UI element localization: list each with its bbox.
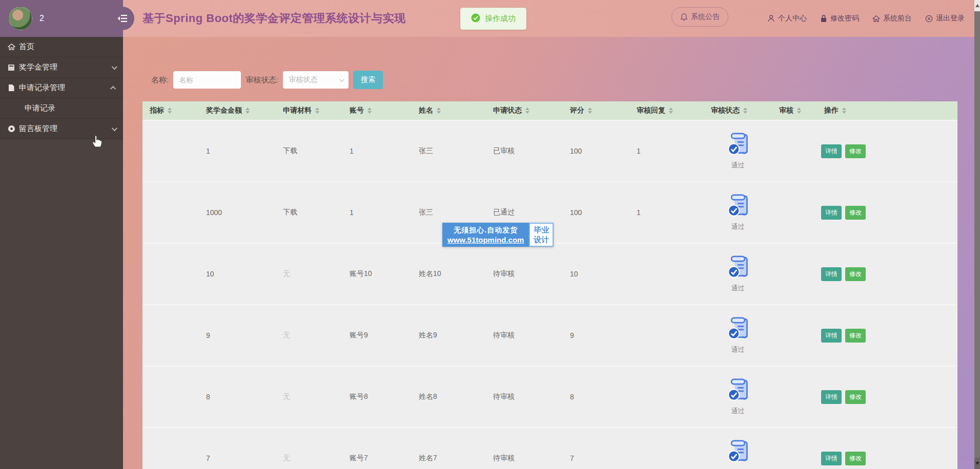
column-header[interactable]: 评分 bbox=[563, 101, 629, 120]
table-cell: 待审核 bbox=[486, 392, 563, 401]
table-row: 10 无 账号10 姓名10 待审核 10 通过 详情 bbox=[142, 243, 957, 304]
applications-table: 指标 奖学金金额 申请材料 账号 姓名 申请状态 评分 审核回复 审核状态 审核… bbox=[142, 101, 957, 469]
edit-button[interactable]: 修改 bbox=[845, 452, 866, 465]
sidebar-item-label: 申请记录管理 bbox=[19, 83, 112, 93]
column-header[interactable]: 申请材料 bbox=[276, 101, 342, 120]
sidebar-toggle-button[interactable] bbox=[111, 7, 134, 30]
scroll-check-icon bbox=[727, 194, 749, 220]
edit-button[interactable]: 修改 bbox=[845, 267, 866, 281]
watermark-ad[interactable]: 无须担心.自动发货 www.51topmind.com 毕业 设计 bbox=[442, 223, 554, 247]
status-select[interactable]: 审核状态 bbox=[283, 71, 349, 89]
frontend-link[interactable]: 系统前台 bbox=[872, 14, 912, 23]
sidebar-item-home[interactable]: 首页 bbox=[0, 37, 123, 57]
search-button[interactable]: 搜索 bbox=[353, 71, 383, 89]
download-link[interactable]: 下载 bbox=[276, 146, 342, 156]
table-cell: 无 bbox=[276, 392, 342, 401]
scroll-down-arrow[interactable] bbox=[974, 458, 980, 469]
main-content: 名称: 审核状态: 审核状态 搜索 指标 奖学金金额 申请材料 账号 姓名 申请… bbox=[123, 37, 980, 469]
sort-icon bbox=[842, 108, 846, 114]
actions-cell: 详情 修改 bbox=[817, 452, 957, 465]
actions-cell: 详情 修改 bbox=[817, 329, 957, 343]
vertical-scrollbar[interactable] bbox=[974, 0, 980, 469]
sort-icon bbox=[525, 108, 529, 114]
sidebar-item-message-board[interactable]: 留言板管理 bbox=[0, 119, 123, 139]
lock-icon bbox=[820, 14, 827, 23]
table-cell: 账号8 bbox=[342, 392, 412, 401]
download-link[interactable]: 下载 bbox=[276, 208, 342, 217]
actions-cell: 详情 修改 bbox=[817, 206, 957, 220]
detail-button[interactable]: 详情 bbox=[821, 144, 842, 158]
column-header[interactable]: 账号 bbox=[342, 101, 412, 120]
detail-button[interactable]: 详情 bbox=[821, 329, 842, 343]
detail-button[interactable]: 详情 bbox=[821, 267, 842, 281]
edit-button[interactable]: 修改 bbox=[845, 329, 866, 343]
scroll-check-icon bbox=[727, 132, 749, 158]
scholarship-icon bbox=[8, 63, 16, 72]
table-cell: 姓名8 bbox=[412, 392, 486, 401]
sort-icon bbox=[437, 108, 441, 114]
audit-status-cell: 通过 bbox=[704, 255, 772, 293]
table-cell: 8 bbox=[563, 393, 629, 401]
avatar[interactable] bbox=[9, 7, 32, 30]
chevron-down-icon bbox=[112, 63, 117, 69]
logout-link[interactable]: 退出登录 bbox=[925, 14, 965, 23]
scroll-check-icon bbox=[727, 439, 749, 465]
audit-status-label: 通过 bbox=[731, 161, 745, 170]
table-cell: 账号9 bbox=[342, 331, 412, 340]
sidebar-item-label: 首页 bbox=[19, 42, 116, 52]
logout-icon bbox=[925, 15, 933, 23]
detail-button[interactable]: 详情 bbox=[821, 390, 842, 404]
table-cell: 1000 bbox=[199, 208, 276, 217]
table-cell: 1 bbox=[199, 147, 276, 155]
table-cell: 无 bbox=[276, 269, 342, 279]
topnav: 个人中心 修改密码 系统前台 退出登录 bbox=[767, 0, 965, 37]
audit-status-label: 通过 bbox=[731, 222, 745, 231]
table-cell: 8 bbox=[199, 393, 276, 401]
system-announcement-button[interactable]: 系统公告 bbox=[671, 7, 728, 27]
sidebar-item-scholarship[interactable]: 奖学金管理 bbox=[0, 57, 123, 78]
change-password-label: 修改密码 bbox=[830, 14, 859, 23]
change-password-link[interactable]: 修改密码 bbox=[820, 14, 859, 23]
column-header[interactable]: 姓名 bbox=[412, 101, 486, 120]
watermark-url[interactable]: www.51topmind.com bbox=[447, 235, 524, 245]
scroll-up-arrow[interactable] bbox=[974, 0, 980, 11]
column-header[interactable]: 审核回复 bbox=[629, 101, 704, 120]
file-icon bbox=[8, 84, 16, 92]
actions-cell: 详情 修改 bbox=[817, 267, 957, 281]
toast-message: 操作成功 bbox=[485, 14, 516, 24]
column-header[interactable]: 申请状态 bbox=[486, 101, 563, 120]
column-header[interactable]: 奖学金金额 bbox=[199, 101, 276, 120]
column-header[interactable]: 审核状态 bbox=[704, 101, 772, 120]
table-cell: 100 bbox=[563, 147, 629, 155]
audit-status-cell: 通过 bbox=[704, 132, 772, 170]
scroll-check-icon bbox=[727, 378, 749, 404]
audit-status-label: 通过 bbox=[731, 345, 745, 354]
user-icon bbox=[767, 14, 775, 23]
sort-icon bbox=[669, 108, 673, 114]
name-label: 名称: bbox=[151, 75, 169, 85]
name-input[interactable] bbox=[173, 71, 241, 89]
watermark-badge-line1: 毕业 bbox=[534, 225, 549, 234]
column-header[interactable]: 审核 bbox=[772, 101, 817, 120]
audit-status-cell: 通过 bbox=[704, 439, 772, 469]
watermark-badge: 毕业 设计 bbox=[529, 223, 554, 247]
personal-center-link[interactable]: 个人中心 bbox=[767, 14, 807, 23]
edit-button[interactable]: 修改 bbox=[845, 144, 866, 158]
column-header[interactable]: 指标 bbox=[142, 101, 199, 120]
sidebar-item-applications[interactable]: 申请记录管理 bbox=[0, 78, 123, 98]
sidebar-subitem-application-records[interactable]: 申请记录 bbox=[0, 98, 123, 119]
edit-button[interactable]: 修改 bbox=[845, 206, 866, 220]
table-cell: 1 bbox=[342, 147, 412, 155]
detail-button[interactable]: 详情 bbox=[821, 206, 842, 220]
sort-icon bbox=[315, 108, 319, 114]
audit-status-cell: 通过 bbox=[704, 194, 772, 231]
edit-button[interactable]: 修改 bbox=[845, 390, 866, 404]
detail-button[interactable]: 详情 bbox=[821, 452, 842, 465]
frontend-label: 系统前台 bbox=[883, 14, 912, 23]
column-header[interactable]: 操作 bbox=[817, 101, 957, 120]
table-cell: 7 bbox=[563, 454, 629, 462]
table-cell: 姓名9 bbox=[412, 331, 486, 340]
table-cell: 无 bbox=[276, 331, 342, 340]
announcement-label: 系统公告 bbox=[691, 12, 720, 22]
table-cell: 待审核 bbox=[486, 331, 563, 340]
